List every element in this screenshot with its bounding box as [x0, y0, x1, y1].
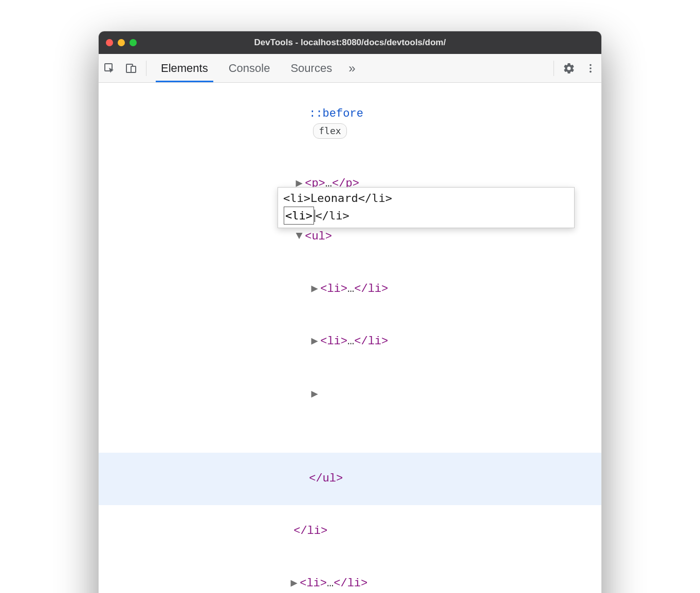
tab-elements[interactable]: Elements [151, 54, 218, 82]
dom-node-li-close[interactable]: </li> [99, 505, 601, 558]
dom-node-editing-row[interactable]: ▶ [99, 368, 601, 421]
inspect-element-icon[interactable] [99, 62, 120, 75]
traffic-lights [106, 39, 137, 46]
expand-triangle-icon[interactable]: ▶ [309, 333, 320, 350]
more-tabs-icon[interactable]: » [342, 61, 361, 76]
svg-rect-2 [131, 66, 136, 72]
dom-tree-panel[interactable]: ::before flex ▶<p>…</p> ▼<ul> ▶<li>…</li… [99, 83, 601, 593]
flex-badge[interactable]: flex [313, 123, 346, 139]
main-toolbar: Elements Console Sources » [99, 54, 601, 83]
dom-node-li[interactable]: ▶<li>…</li> [99, 316, 601, 368]
tab-console[interactable]: Console [218, 54, 281, 82]
settings-icon[interactable] [558, 62, 580, 75]
dom-node-li[interactable]: ▶<li>…</li> [99, 263, 601, 316]
window-minimize-button[interactable] [118, 39, 125, 46]
devtools-window: DevTools - localhost:8080/docs/devtools/… [98, 31, 602, 593]
window-title: DevTools - localhost:8080/docs/devtools/… [99, 38, 601, 48]
panel-tabs: Elements Console Sources [151, 54, 342, 82]
svg-point-4 [590, 67, 592, 69]
edit-line-2[interactable]: <li></li> [283, 207, 569, 225]
edit-close-tag: </li> [315, 207, 349, 224]
toolbar-separator [554, 61, 554, 76]
expand-triangle-icon[interactable]: ▶ [288, 575, 300, 592]
collapse-triangle-icon[interactable]: ▼ [293, 228, 305, 245]
edit-open-tag: <li> [284, 207, 314, 225]
edit-line-1[interactable]: <li>Leonard</li> [283, 190, 569, 207]
pseudo-before-line[interactable]: ::before flex [99, 88, 601, 158]
svg-point-5 [590, 70, 592, 72]
dom-node-ul-close[interactable]: </ul> [99, 453, 601, 505]
window-zoom-button[interactable] [130, 39, 137, 46]
dom-node-li[interactable]: ▶<li>…</li> [99, 558, 601, 593]
device-toolbar-icon[interactable] [120, 62, 142, 75]
titlebar: DevTools - localhost:8080/docs/devtools/… [99, 31, 601, 54]
tab-sources[interactable]: Sources [280, 54, 342, 82]
html-edit-box[interactable]: <li>Leonard</li> <li></li> [278, 187, 575, 228]
pseudo-before-text: ::before [309, 107, 363, 120]
expand-triangle-icon[interactable]: ▶ [309, 281, 320, 298]
toolbar-separator [146, 61, 146, 76]
window-close-button[interactable] [106, 39, 113, 46]
svg-point-3 [590, 64, 592, 66]
expand-triangle-icon[interactable]: ▶ [309, 386, 320, 403]
kebab-menu-icon[interactable] [580, 63, 601, 74]
